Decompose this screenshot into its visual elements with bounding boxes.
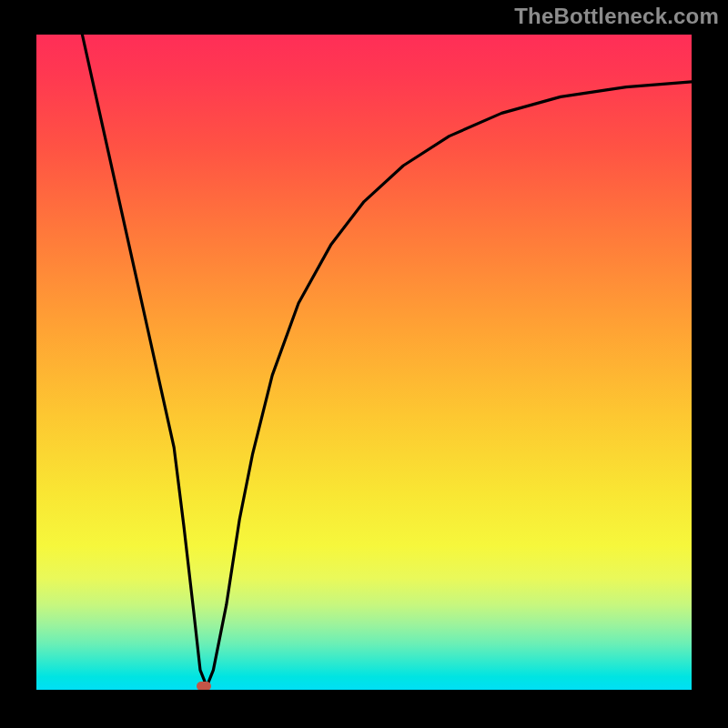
plot-area <box>36 35 692 690</box>
bottleneck-curve-path <box>82 35 692 686</box>
chart-stage: TheBottleneck.com <box>0 0 728 728</box>
watermark-text: TheBottleneck.com <box>514 4 719 29</box>
curve-layer <box>36 35 692 690</box>
optimal-point-marker <box>197 682 211 690</box>
